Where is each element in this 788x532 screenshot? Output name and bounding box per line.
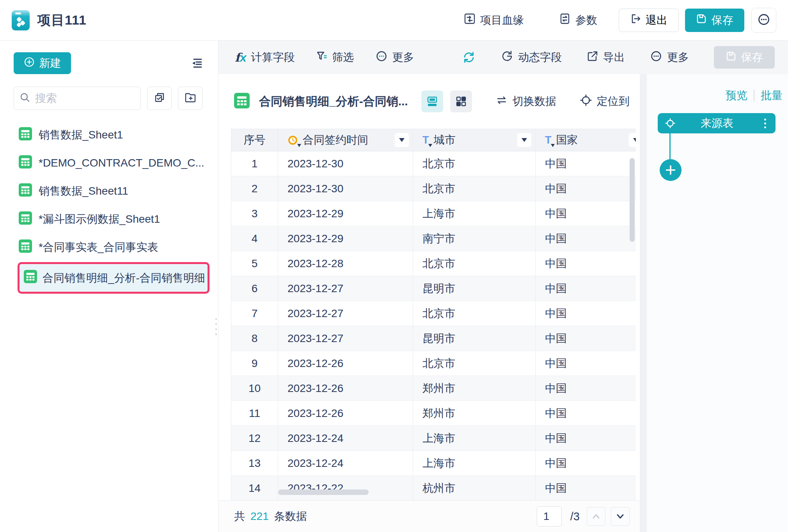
- multi-select-button[interactable]: [147, 87, 172, 110]
- cell-city: 南宁市: [413, 226, 536, 251]
- source-table-node[interactable]: 来源表: [658, 113, 776, 133]
- dataset-list-item[interactable]: 销售数据_Sheet1: [0, 121, 218, 149]
- cell-city: 昆明市: [413, 276, 536, 301]
- dataset-list: 销售数据_Sheet1 *DEMO_CONTRACT_DEMO_C...: [0, 121, 218, 294]
- params-button[interactable]: 参数: [559, 13, 597, 28]
- filter-button[interactable]: 筛选: [316, 50, 354, 65]
- table-footer: 共 221 条数据 /3: [218, 500, 640, 532]
- table-icon: [19, 183, 32, 199]
- refresh-icon[interactable]: [462, 50, 476, 64]
- target-icon: [665, 118, 676, 129]
- add-step-button[interactable]: [660, 159, 682, 181]
- funnel-icon: [316, 50, 328, 65]
- dataset-name: 合同销售明细_分析-合同销售明细: [43, 271, 205, 286]
- cell-sign-date: 2023-12-30: [278, 176, 413, 201]
- save-button[interactable]: 保存: [685, 9, 744, 32]
- view-toggle-rows-active[interactable]: [421, 90, 443, 112]
- collapse-sidebar-icon[interactable]: [188, 54, 206, 72]
- exit-icon: [630, 13, 641, 27]
- cell-country: 中国: [536, 326, 636, 351]
- table-viewport: 序号: [231, 129, 636, 500]
- dataset-list-item[interactable]: *合同事实表_合同事实表: [0, 233, 218, 261]
- cell-city: 郑州市: [413, 376, 536, 401]
- cell-city: 北京市: [413, 251, 536, 276]
- more-right-button[interactable]: 更多: [650, 50, 689, 65]
- table-row: 13 2023-12-24 上海市 中国: [231, 451, 636, 476]
- table-header-row: 序号: [231, 129, 636, 151]
- top-header: 项目111 项目血缘: [0, 0, 788, 41]
- new-button[interactable]: 新建: [14, 52, 71, 74]
- cell-seq: 12: [231, 426, 278, 451]
- total-suffix: 条数据: [274, 509, 307, 524]
- cell-city: 郑州市: [413, 401, 536, 426]
- data-table: 序号: [231, 129, 636, 500]
- column-dropdown-icon[interactable]: [395, 133, 409, 147]
- table-icon: [19, 211, 32, 227]
- cell-city: 昆明市: [413, 326, 536, 351]
- dataset-name: 销售数据_Sheet11: [39, 184, 128, 199]
- page-up-button[interactable]: [587, 507, 605, 526]
- cell-sign-date: 2023-12-29: [278, 201, 413, 226]
- panel-resize-handle[interactable]: [215, 318, 217, 335]
- column-header-seq[interactable]: 序号: [231, 129, 278, 151]
- tab-batch[interactable]: 批量: [761, 88, 783, 103]
- dataset-list-item[interactable]: *DEMO_CONTRACT_DEMO_C...: [0, 149, 218, 177]
- cell-city: 上海市: [413, 426, 536, 451]
- date-field-icon: [288, 135, 298, 145]
- cell-country: 中国: [536, 401, 636, 426]
- table-icon: [24, 270, 37, 286]
- cell-country: 中国: [536, 226, 636, 251]
- plus-circle-icon: [24, 57, 35, 70]
- edit-toolbar: fx 计算字段 筛选: [218, 41, 788, 74]
- tab-preview[interactable]: 预览: [726, 88, 747, 103]
- cell-country: 中国: [536, 201, 636, 226]
- locate-button[interactable]: 定位到: [580, 94, 630, 109]
- column-header-city[interactable]: T 城市: [413, 129, 536, 151]
- project-lineage-button[interactable]: 项目血缘: [464, 13, 524, 28]
- swap-arrows-icon: [495, 94, 508, 109]
- cell-seq: 5: [231, 251, 278, 276]
- cell-seq: 11: [231, 401, 278, 426]
- export-icon: [587, 50, 598, 65]
- horizontal-scrollbar[interactable]: [278, 489, 369, 495]
- dataset-name: *DEMO_CONTRACT_DEMO_C...: [39, 157, 204, 169]
- column-dropdown-icon[interactable]: [517, 133, 531, 147]
- cell-sign-date: 2023-12-27: [278, 276, 413, 301]
- column-header-country[interactable]: T 国家: [536, 129, 636, 151]
- dataset-list-item[interactable]: *漏斗图示例数据_Sheet1: [0, 205, 218, 233]
- node-menu-icon[interactable]: [762, 116, 768, 131]
- circle-ellipsis-icon: [757, 12, 771, 28]
- column-dropdown-icon[interactable]: [629, 133, 636, 147]
- header-more-button[interactable]: [751, 8, 776, 33]
- page-down-button[interactable]: [611, 507, 630, 526]
- dataset-list-item[interactable]: 销售数据_Sheet11: [0, 177, 218, 205]
- cell-country: 中国: [536, 176, 636, 201]
- cell-country: 中国: [536, 426, 636, 451]
- dataset-list-item[interactable]: 合同销售明细_分析-合同销售明细: [18, 262, 209, 294]
- dataset-name: *合同事实表_合同事实表: [39, 240, 158, 255]
- export-button[interactable]: 导出: [587, 50, 625, 65]
- folder-plus-icon: [184, 91, 197, 105]
- cell-country: 中国: [536, 276, 636, 301]
- dynamic-field-icon: [501, 50, 513, 65]
- exit-button[interactable]: 退出: [619, 9, 679, 32]
- table-row: 2 2023-12-30 北京市 中国: [231, 176, 636, 201]
- table-row: 12 2023-12-24 上海市 中国: [231, 426, 636, 451]
- vertical-scrollbar[interactable]: [630, 158, 635, 242]
- more-left-button[interactable]: 更多: [375, 50, 414, 65]
- cell-country: 中国: [536, 351, 636, 376]
- table-row: 3 2023-12-29 上海市 中国: [231, 201, 636, 226]
- cell-seq: 7: [231, 301, 278, 326]
- view-toggle-grid[interactable]: [450, 90, 472, 112]
- column-header-sign-date[interactable]: 合同签约时间: [278, 129, 413, 151]
- search-input[interactable]: [34, 92, 128, 105]
- table-row: 8 2023-12-27 昆明市 中国: [231, 326, 636, 351]
- switch-data-button[interactable]: 切换数据: [495, 94, 556, 109]
- page-number-input[interactable]: [537, 506, 562, 527]
- table-save-button-disabled[interactable]: 保存: [714, 46, 775, 69]
- calc-field-button[interactable]: fx 计算字段: [235, 50, 295, 65]
- dynamic-field-button[interactable]: 动态字段: [501, 50, 562, 65]
- new-folder-button[interactable]: [178, 87, 202, 110]
- fx-icon: fx: [235, 51, 247, 64]
- cell-country: 中国: [536, 251, 636, 276]
